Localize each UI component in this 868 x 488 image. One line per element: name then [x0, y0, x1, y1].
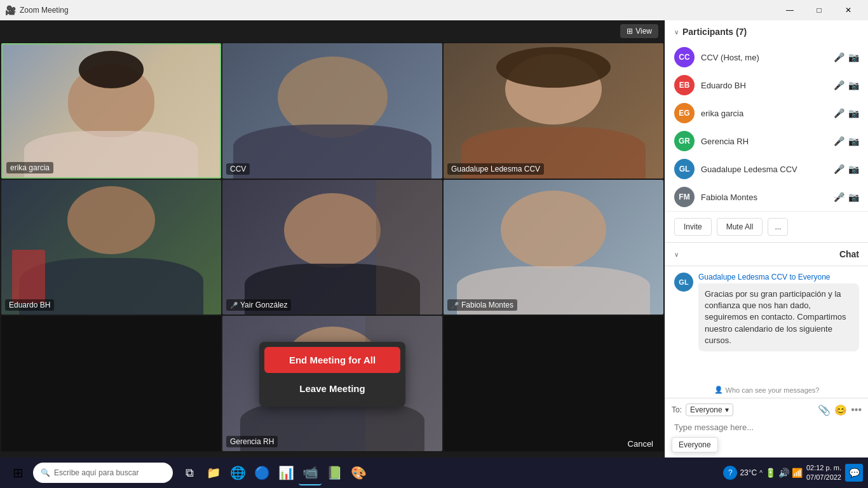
- chat-messages: GL Guadalupe Ledesma CCV to Everyone Gra…: [665, 266, 868, 382]
- participants-title: Participants (7): [682, 27, 747, 37]
- file-icon[interactable]: 📎: [818, 404, 831, 416]
- video-name-eduardo: Eduardo BH: [5, 299, 54, 311]
- battery-icon: 🔋: [765, 468, 776, 478]
- avatar: EG: [674, 103, 695, 123]
- video-area: ✓ ⊞ View erika garcia: [0, 20, 665, 458]
- search-placeholder: Escribe aquí para buscar: [54, 468, 139, 477]
- temp-label: 23°C: [740, 468, 757, 477]
- video-bottom: [0, 452, 665, 458]
- minimize-button[interactable]: —: [775, 0, 804, 20]
- taskbar-app-chrome[interactable]: 🔵: [250, 460, 273, 485]
- main-layout: ✓ ⊞ View erika garcia: [0, 20, 868, 458]
- taskbar-app-powerpoint[interactable]: 📊: [275, 460, 297, 485]
- video-cell-fabiola: 🎤 Fabiola Montes: [444, 180, 663, 315]
- chat-to-label: To:: [672, 405, 682, 414]
- search-icon: 🔍: [41, 468, 50, 477]
- chat-title: Chat: [839, 249, 859, 259]
- taskbar: ⊞ 🔍 Escribe aquí para buscar ⧉ 📁 🌐 🔵 📊 📹…: [0, 458, 868, 488]
- taskbar-search-bar[interactable]: 🔍 Escribe aquí para buscar: [33, 463, 173, 483]
- more-options-button[interactable]: ...: [768, 218, 788, 236]
- avatar: EB: [674, 75, 695, 95]
- participant-name: Guadalupe Ledesma CCV: [701, 165, 827, 174]
- participants-header[interactable]: ∨ Participants (7): [665, 20, 868, 43]
- participant-name: Fabiola Montes: [701, 193, 827, 202]
- video-cell-yair: 🎤 Yair González: [222, 180, 442, 315]
- person-icon: 👤: [714, 386, 723, 394]
- taskbar-app-folder[interactable]: 📁: [202, 460, 225, 485]
- video-name-yair: 🎤 Yair González: [226, 299, 291, 311]
- chat-to-select[interactable]: Everyone ▾: [686, 403, 733, 416]
- taskbar-app-edge[interactable]: 🌐: [226, 460, 249, 485]
- video-feed-erika: [3, 44, 220, 177]
- everyone-tooltip: Everyone: [672, 437, 718, 452]
- mic-icon: 🎤: [834, 108, 844, 118]
- video-name-erika: erika garcia: [6, 162, 53, 173]
- video-name-ccv: CCV: [226, 163, 250, 175]
- emoji-icon[interactable]: 😊: [834, 404, 847, 416]
- close-button[interactable]: ✕: [834, 0, 863, 20]
- chat-message: GL Guadalupe Ledesma CCV to Everyone Gra…: [674, 273, 859, 351]
- video-cell-empty-1: [1, 316, 221, 451]
- start-button[interactable]: ⊞: [5, 460, 31, 485]
- more-chat-icon[interactable]: •••: [851, 404, 862, 416]
- taskbar-app-task-view[interactable]: ⧉: [178, 460, 201, 485]
- video-feed-yair: [222, 180, 442, 315]
- end-meeting-button[interactable]: End Meeting for All: [264, 347, 400, 373]
- video-cell-guadalupe: Guadalupe Ledesma CCV: [444, 43, 663, 179]
- zoom-icon: 🎥: [5, 5, 16, 15]
- maximize-button[interactable]: □: [804, 0, 834, 20]
- chat-input[interactable]: [672, 420, 862, 435]
- list-item: GL Guadalupe Ledesma CCV 🎤 📷: [670, 155, 863, 183]
- list-item: EB Eduardo BH 🎤 📷: [670, 71, 863, 99]
- video-name-gerencia: Gerencia RH: [226, 436, 278, 447]
- help-icon[interactable]: ?: [723, 466, 737, 480]
- mic-muted-icon: 🎤: [834, 192, 844, 202]
- taskbar-app-icons: ⧉ 📁 🌐 🔵 📊 📹 📗 🎨: [178, 460, 370, 485]
- participant-name: Gerencia RH: [701, 137, 827, 146]
- video-feed-ccv: [222, 43, 442, 179]
- wifi-icon[interactable]: 📶: [792, 468, 803, 478]
- cam-icon: 📷: [848, 136, 859, 146]
- mic-icon: 🎤: [834, 52, 844, 62]
- video-cell-eduardo: Eduardo BH: [1, 180, 221, 315]
- video-feed-guadalupe: [444, 43, 663, 179]
- chevron-up-icon[interactable]: ^: [759, 470, 763, 477]
- right-panel: ∨ Participants (7) CC CCV (Host, me) 🎤: [665, 20, 868, 458]
- cancel-link[interactable]: Cancel: [623, 437, 658, 451]
- video-header: ⊞ View: [0, 20, 665, 42]
- notification-button[interactable]: 💬: [845, 464, 863, 482]
- invite-button[interactable]: Invite: [674, 218, 712, 236]
- mute-all-button[interactable]: Mute All: [717, 218, 763, 236]
- participant-name: CCV (Host, me): [701, 53, 827, 62]
- windows-logo-icon: ⊞: [13, 465, 24, 480]
- chat-avatar: GL: [674, 273, 693, 292]
- chevron-down-icon: ▾: [725, 405, 729, 414]
- window-title: Zoom Meeting: [20, 6, 69, 15]
- titlebar-controls: — □ ✕: [775, 0, 863, 20]
- mute-icon-fabiola: 🎤: [451, 302, 459, 309]
- chat-text: Gracias por su gran participación y la c…: [698, 283, 859, 351]
- list-item: FM Fabiola Montes 🎤 📷: [670, 183, 863, 211]
- view-button[interactable]: ⊞ View: [620, 24, 658, 38]
- taskbar-right: ? 23°C ^ 🔋 🔊 📶 02:12 p. m. 07/07/2022 💬: [723, 463, 863, 483]
- chat-to-row: To: Everyone ▾ 📎 😊 •••: [672, 403, 862, 416]
- taskbar-app-zoom[interactable]: 📹: [299, 460, 322, 485]
- leave-meeting-button[interactable]: Leave Meeting: [264, 376, 400, 402]
- participant-name: erika garcia: [701, 109, 827, 118]
- list-item: EG erika garcia 🎤 📷: [670, 99, 863, 127]
- grid-icon: ⊞: [627, 27, 633, 36]
- chat-sender: Guadalupe Ledesma CCV to Everyone: [698, 273, 859, 281]
- avatar: CC: [674, 47, 695, 67]
- avatar: GL: [674, 159, 695, 179]
- end-leave-popup: End Meeting for All Leave Meeting: [259, 342, 405, 407]
- taskbar-app-excel[interactable]: 📗: [323, 460, 346, 485]
- video-feed-eduardo: [1, 180, 221, 315]
- video-name-fabiola: 🎤 Fabiola Montes: [447, 299, 517, 311]
- video-cell-ccv: CCV: [222, 43, 442, 179]
- chat-header[interactable]: ∨ Chat: [665, 243, 868, 266]
- participant-name: Eduardo BH: [701, 81, 827, 90]
- video-name-guadalupe: Guadalupe Ledesma CCV: [447, 163, 544, 175]
- mute-icon-yair: 🎤: [230, 302, 238, 309]
- volume-icon[interactable]: 🔊: [778, 468, 789, 478]
- taskbar-app-extra[interactable]: 🎨: [347, 460, 370, 485]
